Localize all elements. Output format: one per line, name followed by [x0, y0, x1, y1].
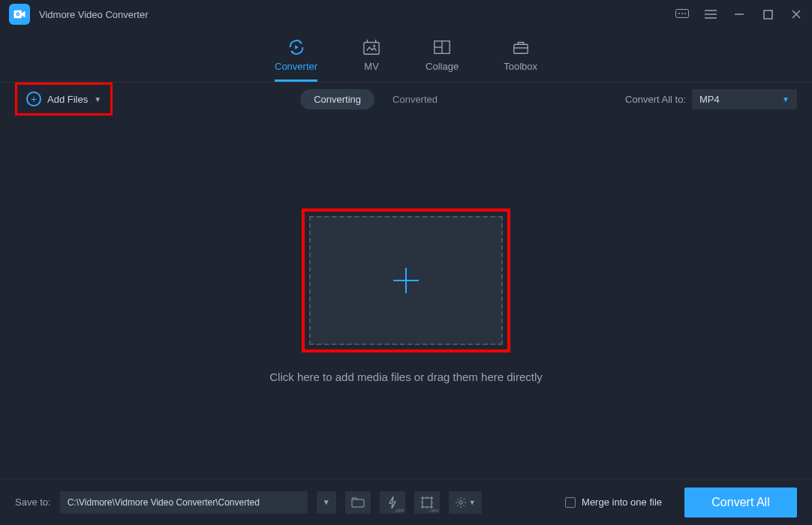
svg-rect-24: [352, 500, 364, 507]
convert-all-button[interactable]: Convert All: [684, 488, 797, 518]
maximize-button[interactable]: [761, 8, 774, 21]
plus-circle-icon: +: [26, 92, 41, 106]
toolbox-icon: [512, 38, 530, 56]
drop-zone[interactable]: [309, 216, 503, 345]
feedback-icon[interactable]: [675, 8, 689, 21]
tab-mv[interactable]: MV: [362, 38, 380, 82]
convert-all-to: Convert All to: MP4 ▼: [625, 89, 797, 110]
format-select[interactable]: MP4 ▼: [692, 89, 797, 110]
merge-label: Merge into one file: [582, 496, 662, 508]
checkbox-box: [565, 497, 576, 508]
subbar-center: Converting Converted: [113, 89, 625, 110]
save-path-field[interactable]: C:\Vidmore\Vidmore Video Converter\Conve…: [60, 491, 308, 514]
off-badge: OFF: [430, 508, 439, 513]
tab-toolbox[interactable]: Toolbox: [504, 38, 537, 82]
sub-bar: + Add Files ▼ Converting Converted Conve…: [0, 82, 812, 116]
hardware-accel-button[interactable]: OFF: [380, 491, 405, 514]
tab-label: Toolbox: [504, 61, 537, 72]
high-speed-button[interactable]: OFF: [414, 491, 440, 514]
converter-icon: [287, 38, 305, 56]
open-folder-button[interactable]: [345, 491, 371, 514]
subtab-converted[interactable]: Converted: [392, 94, 438, 105]
chevron-down-icon: ▼: [469, 499, 476, 506]
main-tabs: Converter MV Collage Toolbox: [0, 28, 812, 82]
tab-collage[interactable]: Collage: [426, 38, 459, 82]
off-badge: OFF: [395, 508, 404, 513]
tab-label: MV: [364, 61, 379, 72]
merge-checkbox[interactable]: Merge into one file: [565, 496, 662, 508]
tab-label: Converter: [275, 61, 317, 72]
svg-point-16: [373, 45, 375, 47]
save-path-dropdown[interactable]: ▼: [317, 491, 336, 514]
tab-converter[interactable]: Converter: [275, 38, 317, 82]
app-title: Vidmore Video Converter: [39, 9, 675, 20]
mv-icon: [362, 38, 380, 56]
add-files-highlight: + Add Files ▼: [15, 82, 113, 116]
svg-point-5: [684, 13, 686, 14]
content-area: Click here to add media files or drag th…: [0, 116, 812, 476]
chevron-down-icon: ▼: [94, 95, 101, 104]
save-to-label: Save to:: [15, 496, 51, 508]
footer-bar: Save to: C:\Vidmore\Vidmore Video Conver…: [0, 478, 812, 525]
menu-icon[interactable]: [704, 8, 717, 21]
svg-rect-25: [423, 498, 432, 507]
add-files-label: Add Files: [47, 94, 88, 105]
subtab-converting[interactable]: Converting: [300, 89, 374, 110]
save-path-value: C:\Vidmore\Vidmore Video Converter\Conve…: [68, 497, 260, 508]
collage-icon: [433, 38, 451, 56]
drop-hint-text: Click here to add media files or drag th…: [269, 370, 543, 383]
drop-zone-highlight: [302, 208, 510, 352]
convert-all-to-label: Convert All to:: [625, 94, 686, 105]
tab-label: Collage: [426, 61, 459, 72]
title-bar: Vidmore Video Converter: [0, 0, 812, 28]
app-logo: [9, 4, 30, 25]
svg-point-3: [678, 13, 680, 14]
minimize-button[interactable]: [732, 8, 746, 21]
close-button[interactable]: [789, 8, 803, 21]
svg-point-38: [459, 500, 462, 504]
add-files-button[interactable]: + Add Files ▼: [26, 92, 101, 106]
svg-rect-20: [513, 44, 527, 53]
settings-button[interactable]: ▼: [449, 491, 482, 514]
svg-rect-10: [764, 10, 772, 19]
svg-rect-15: [364, 43, 379, 55]
svg-point-4: [681, 13, 683, 14]
format-value: MP4: [699, 94, 720, 105]
window-controls: [675, 8, 803, 21]
plus-icon: [387, 262, 425, 299]
chevron-down-icon: ▼: [782, 95, 789, 104]
